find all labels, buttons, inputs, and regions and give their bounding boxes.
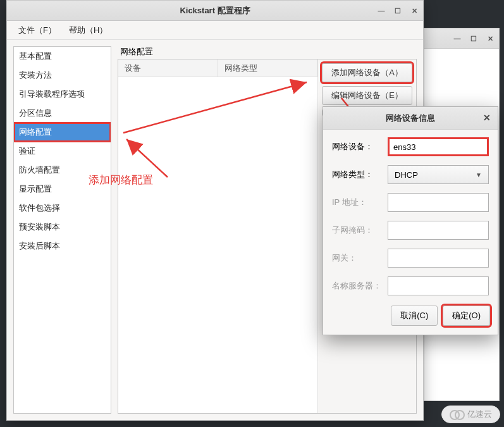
dialog-title: 网络设备信息: [386, 113, 435, 124]
dialog-close-button[interactable]: ✕: [481, 112, 493, 123]
type-combo[interactable]: DHCP ▼: [388, 165, 489, 184]
window-title: Kickstart 配置程序: [180, 5, 250, 16]
sidebar-item-auth[interactable]: 验证: [14, 142, 111, 161]
panel-title: 网络配置: [120, 46, 417, 58]
watermark: 亿速云: [441, 405, 500, 423]
network-device-dialog: 网络设备信息 ✕ 网络设备： 网络类型： DHCP ▼ IP 地址： 子网掩码：…: [323, 106, 498, 335]
sidebar: 基本配置 安装方法 引导装载程序选项 分区信息 网络配置 验证 防火墙配置 显示…: [13, 46, 111, 414]
device-table[interactable]: 设备 网络类型: [118, 59, 318, 413]
sidebar-item-bootloader[interactable]: 引导装载程序选项: [14, 85, 111, 104]
edit-device-button[interactable]: 编辑网络设备（E）: [322, 86, 412, 105]
window-titlebar: Kickstart 配置程序 — ☐ ✕: [7, 1, 423, 21]
nameserver-input: [388, 276, 489, 295]
table-header: 设备 网络类型: [118, 59, 317, 77]
menu-file[interactable]: 文件（F）: [12, 22, 63, 39]
menu-help[interactable]: 帮助（H）: [63, 22, 114, 39]
sidebar-item-prescript[interactable]: 预安装脚本: [14, 218, 111, 237]
gateway-input: [388, 249, 489, 268]
close-button[interactable]: ✕: [409, 6, 419, 16]
bg-close-button[interactable]: ✕: [485, 34, 495, 44]
sidebar-item-postscript[interactable]: 安装后脚本: [14, 237, 111, 256]
watermark-text: 亿速云: [467, 409, 492, 420]
dialog-titlebar: 网络设备信息 ✕: [323, 107, 498, 130]
bg-minimize-button[interactable]: —: [452, 34, 462, 44]
col-type[interactable]: 网络类型: [218, 59, 318, 77]
cancel-button[interactable]: 取消(C): [391, 306, 438, 326]
sidebar-item-basic[interactable]: 基本配置: [14, 47, 111, 66]
netmask-input: [388, 221, 489, 240]
minimize-button[interactable]: —: [376, 6, 386, 16]
label-nameserver: 名称服务器：: [332, 280, 383, 292]
sidebar-item-packages[interactable]: 软件包选择: [14, 199, 111, 218]
label-type: 网络类型：: [332, 169, 383, 180]
label-ip: IP 地址：: [332, 197, 383, 208]
add-device-button[interactable]: 添加网络设备（A）: [322, 63, 412, 82]
label-gateway: 网关：: [332, 252, 383, 264]
col-device[interactable]: 设备: [118, 59, 218, 77]
bg-titlebar: — ☐ ✕: [424, 28, 499, 49]
sidebar-item-partition[interactable]: 分区信息: [14, 104, 111, 123]
sidebar-item-network[interactable]: 网络配置: [14, 123, 111, 142]
device-input[interactable]: [388, 137, 489, 156]
chevron-down-icon: ▼: [476, 171, 482, 178]
label-device: 网络设备：: [332, 141, 383, 152]
ip-input: [388, 193, 489, 212]
type-value: DHCP: [395, 170, 418, 180]
ok-button[interactable]: 确定(O): [443, 306, 490, 326]
label-netmask: 子网掩码：: [332, 225, 383, 236]
annotation-text: 添加网络配置: [89, 173, 153, 187]
sidebar-item-install[interactable]: 安装方法: [14, 66, 111, 85]
bg-maximize-button[interactable]: ☐: [469, 34, 479, 44]
watermark-logo-icon: [450, 410, 464, 419]
menubar: 文件（F） 帮助（H）: [7, 21, 423, 40]
maximize-button[interactable]: ☐: [393, 6, 403, 16]
